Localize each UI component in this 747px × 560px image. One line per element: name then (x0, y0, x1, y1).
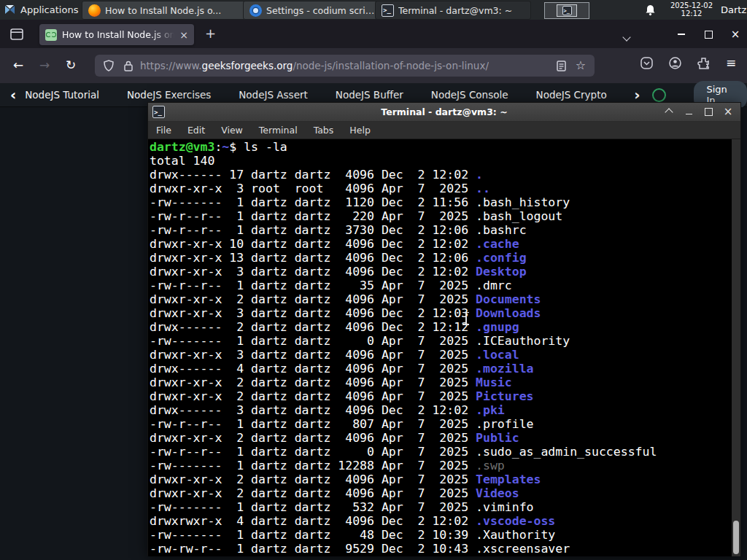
terminal-body[interactable]: dartz@vm3:~$ ls -latotal 140drwx------ 1… (148, 139, 740, 556)
browser-maximize-button[interactable] (700, 26, 717, 43)
terminal-line: drwxr-xr-x 2 dartz dartz 4096 Apr 7 2025… (150, 389, 730, 403)
pocket-icon[interactable] (640, 57, 653, 69)
nav-item-4[interactable]: NodeJS Console (431, 89, 508, 101)
firefox-toolbar: ← → ↻ https://www.geeksforgeeks.org/node… (0, 48, 747, 83)
applications-label: Applications (20, 4, 78, 15)
tab-close-icon[interactable]: × (179, 30, 188, 40)
terminal-line: drwxr-xr-x 2 dartz dartz 4096 Apr 7 2025… (150, 292, 730, 306)
nav-item-0[interactable]: NodeJS Tutorial (25, 89, 99, 101)
lock-icon[interactable] (124, 61, 133, 71)
url-text: https://www.geeksforgeeks.org/node-js/in… (140, 60, 489, 71)
terminal-line: -rw------- 1 dartz dartz 48 Dec 2 10:39 … (150, 528, 730, 542)
clock-date: 2025-12-02 (665, 1, 718, 9)
nav-item-2[interactable]: NodeJS Assert (239, 89, 308, 101)
terminal-scrollbar[interactable] (732, 139, 740, 556)
terminal-line: drwx------ 17 dartz dartz 4096 Dec 2 12:… (150, 168, 730, 182)
list-all-tabs-button[interactable] (624, 29, 630, 43)
taskbar-window-terminal[interactable]: >_ Terminal - dartz@vm3: ~ (375, 1, 531, 20)
terminal-line: drwxr-xr-x 3 dartz dartz 4096 Dec 2 12:0… (150, 306, 730, 320)
terminal-line: -rw------- 1 dartz dartz 1120 Dec 2 11:5… (150, 195, 730, 209)
terminal-line: drwxr-xr-x 3 root root 4096 Apr 7 2025 .… (150, 182, 730, 195)
app-menu-icon[interactable]: ≡ (726, 57, 736, 69)
menu-tabs[interactable]: Tabs (306, 125, 342, 136)
taskbar-label: Settings - codium script... (266, 5, 379, 16)
menu-help[interactable]: Help (341, 125, 379, 136)
firefox-view-button[interactable] (7, 26, 26, 42)
menu-view[interactable]: View (213, 125, 251, 136)
mouse-cursor-ibeam (462, 312, 470, 325)
notification-bell-icon[interactable] (645, 4, 656, 16)
taskbar-label: Terminal - dartz@vm3: ~ (398, 5, 512, 16)
taskbar-window-firefox[interactable]: How to Install Node.js o... (82, 1, 254, 20)
menu-file[interactable]: File (148, 125, 179, 136)
terminal-line: drwxr-xr-x 2 dartz dartz 4096 Apr 7 2025… (150, 486, 730, 500)
bookmark-star-icon[interactable]: ☆ (576, 60, 586, 71)
terminal-line: drwxr-xr-x 3 dartz dartz 4096 Apr 7 2025… (150, 348, 730, 362)
terminal-line: -rw------- 1 dartz dartz 12288 Apr 7 202… (150, 459, 730, 472)
browser-tab[interactable]: How to Install Node.js on × (39, 24, 194, 45)
site-search-icon[interactable] (652, 88, 666, 102)
panel-user-label: Dartz (721, 4, 746, 15)
terminal-line: total 140 (150, 154, 730, 168)
clock-time: 12:12 (665, 9, 718, 18)
nav-item-1[interactable]: NodeJS Exercises (127, 89, 211, 101)
menu-edit[interactable]: Edit (179, 125, 213, 136)
maximize-button[interactable] (703, 107, 713, 117)
terminal-line: -rw-rw-r-- 1 dartz dartz 9529 Dec 2 10:4… (150, 542, 730, 556)
terminal-line: drwxr-xr-x 13 dartz dartz 4096 Dec 2 12:… (150, 251, 730, 265)
xfce-panel: Applications ☰ How to Install Node.js o.… (0, 0, 747, 20)
terminal-line: -rw-r--r-- 1 dartz dartz 35 Apr 7 2025 .… (150, 279, 730, 292)
terminal-line: drwx------ 2 dartz dartz 4096 Dec 2 12:1… (150, 320, 730, 334)
workspace-pager[interactable]: >_ (544, 2, 589, 19)
terminal-line: dartz@vm3:~$ ls -la (150, 140, 730, 154)
extensions-puzzle-icon[interactable] (697, 57, 710, 69)
menu-terminal[interactable]: Terminal (251, 125, 306, 136)
screen: Applications ☰ How to Install Node.js o.… (0, 0, 747, 560)
nav-item-5[interactable]: NodeJS Crypto (536, 89, 607, 101)
terminal-titlebar[interactable]: >_ Terminal - dartz@vm3: ~ × (148, 103, 740, 122)
new-tab-button[interactable]: + (205, 27, 216, 40)
panel-clock[interactable]: 2025-12-02 12:12 (665, 1, 718, 18)
workspace-window-thumb: >_ (557, 4, 577, 17)
url-bar[interactable]: https://www.geeksforgeeks.org/node-js/in… (95, 55, 595, 77)
site-nav-items: NodeJS TutorialNodeJS ExercisesNodeJS As… (25, 89, 632, 101)
terminal-menubar: FileEditViewTerminalTabsHelp (148, 122, 740, 139)
terminal-line: -rw-r--r-- 1 dartz dartz 807 Apr 7 2025 … (150, 417, 730, 431)
terminal-line: drwx------ 4 dartz dartz 4096 Apr 7 2025… (150, 362, 730, 376)
terminal-line: drwx------ 3 dartz dartz 4096 Dec 2 12:0… (150, 403, 730, 417)
firefox-icon (88, 4, 101, 17)
terminal-scrollbar-thumb[interactable] (733, 521, 739, 554)
nav-item-3[interactable]: NodeJS Buffer (336, 89, 403, 101)
reload-button[interactable]: ↻ (66, 58, 76, 72)
terminal-window-title: Terminal - dartz@vm3: ~ (148, 106, 740, 117)
terminal-line: drwxr-xr-x 3 dartz dartz 4096 Dec 2 12:0… (150, 265, 730, 279)
tab-title: How to Install Node.js on (62, 29, 174, 40)
forward-button[interactable]: → (39, 58, 50, 72)
taskbar-label: How to Install Node.js o... (105, 5, 221, 16)
terminal-line: -rw------- 1 dartz dartz 0 Apr 7 2025 .I… (150, 334, 730, 348)
terminal-window: >_ Terminal - dartz@vm3: ~ × FileEditVie… (147, 102, 741, 556)
shade-button[interactable] (664, 107, 674, 117)
back-button[interactable]: ← (13, 58, 23, 72)
firefox-tabstrip: How to Install Node.js on × + × (0, 20, 747, 48)
terminal-icon: >_ (382, 4, 394, 17)
account-icon[interactable] (669, 57, 681, 69)
terminal-line: -rw------- 1 dartz dartz 532 Apr 7 2025 … (150, 500, 730, 514)
nav-scroll-right-icon[interactable]: › (634, 88, 640, 102)
terminal-line: drwxrwxr-x 4 dartz dartz 4096 Dec 2 12:0… (150, 514, 730, 528)
nav-scroll-left-icon[interactable]: ‹ (10, 88, 16, 102)
terminal-line: drwxr-xr-x 10 dartz dartz 4096 Dec 2 12:… (150, 237, 730, 251)
reader-view-icon[interactable] (557, 61, 566, 71)
tracking-shield-icon[interactable] (104, 60, 114, 71)
terminal-line: drwxr-xr-x 2 dartz dartz 4096 Apr 7 2025… (150, 431, 730, 445)
minimize-button[interactable] (684, 107, 694, 117)
settings-icon (249, 4, 262, 17)
close-button[interactable]: × (723, 107, 733, 117)
browser-minimize-button[interactable] (673, 26, 690, 43)
terminal-output: dartz@vm3:~$ ls -latotal 140drwx------ 1… (148, 139, 740, 556)
terminal-line: drwxr-xr-x 2 dartz dartz 4096 Apr 7 2025… (150, 472, 730, 486)
taskbar-window-settings[interactable]: Settings - codium script... (243, 1, 386, 20)
terminal-line: -rw-r--r-- 1 dartz dartz 3730 Dec 2 12:0… (150, 223, 730, 237)
browser-close-button[interactable]: × (727, 26, 744, 43)
geeksforgeeks-favicon (45, 29, 57, 41)
